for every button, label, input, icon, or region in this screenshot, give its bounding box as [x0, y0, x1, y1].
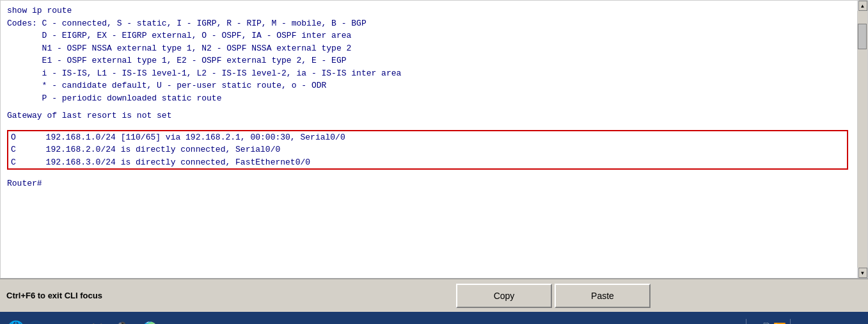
taskbar-right-area: ☁ 15°C 多云 △ 🔊 📶 CSDN @刘明皓OO — [688, 312, 868, 324]
codes-line-7: P - periodic downloaded static route — [7, 92, 851, 105]
codes-line-4: E1 - OSPF external type 1, E2 - OSPF ext… — [7, 54, 851, 67]
codes-line-3: N1 - OSPF NSSA external type 1, N2 - OSP… — [7, 42, 851, 55]
routes-highlight-box: O 192.168.1.0/24 [110/65] via 192.168.2.… — [7, 130, 848, 170]
copy-button[interactable]: Copy — [456, 284, 552, 308]
action-buttons: Copy Paste — [456, 284, 651, 308]
terminal-scrollbar[interactable]: ▲ ▼ — [857, 1, 867, 278]
scrollbar-up-arrow[interactable]: ▲ — [858, 1, 867, 11]
codes-line-5: i - IS-IS, L1 - IS-IS level-1, L2 - IS-I… — [7, 67, 851, 80]
route-ospf-line: O 192.168.1.0/24 [110/65] via 192.168.2.… — [8, 131, 847, 144]
gateway-line: Gateway of last resort is not set — [7, 109, 851, 122]
router-prompt: Router# — [7, 177, 851, 190]
taskbar-icon-folder[interactable]: 📁 — [83, 316, 109, 324]
codes-line-1: Codes: C - connected, S - static, I - IG… — [7, 17, 851, 30]
taskbar-icon-globe[interactable]: 🌍 — [137, 316, 162, 324]
cmd-line: show ip route — [7, 4, 851, 17]
terminal-content[interactable]: show ip route Codes: C - connected, S - … — [1, 1, 857, 278]
scrollbar-down-arrow[interactable]: ▼ — [858, 268, 867, 278]
taskbar-icon-windows[interactable]: ⊞ — [56, 316, 82, 324]
taskbar-icon-star[interactable]: ★ — [191, 316, 216, 324]
bottom-control-bar: Ctrl+F6 to exit CLI focus Copy Paste — [0, 279, 868, 312]
taskbar: 🌐 ⚙ ⊞ 📁 🐧 🌍 T ★ ☁ 15°C 多云 △ 🔊 📶 CSDN — [0, 312, 868, 324]
scrollbar-thumb[interactable] — [858, 24, 867, 49]
paste-button[interactable]: Paste — [555, 284, 651, 308]
weather-widget: ☁ 15°C 多云 — [693, 321, 742, 324]
taskbar-icon-network[interactable]: 🌐 — [3, 316, 28, 324]
scrollbar-track[interactable] — [858, 11, 867, 268]
codes-line-6: * - candidate default, U - per-user stat… — [7, 79, 851, 92]
cli-hint-text: Ctrl+F6 to exit CLI focus — [6, 291, 862, 300]
terminal-window: show ip route Codes: C - connected, S - … — [0, 0, 868, 279]
route-c2-line: C 192.168.3.0/24 is directly connected, … — [8, 156, 847, 169]
route-c1-line: C 192.168.2.0/24 is directly connected, … — [8, 143, 847, 156]
codes-line-2: D - EIGRP, EX - EIGRP external, O - OSPF… — [7, 29, 851, 42]
taskbar-icon-penguin[interactable]: 🐧 — [110, 316, 136, 324]
taskbar-icon-gear[interactable]: ⚙ — [29, 316, 55, 324]
taskbar-icon-text[interactable]: T — [164, 316, 189, 324]
